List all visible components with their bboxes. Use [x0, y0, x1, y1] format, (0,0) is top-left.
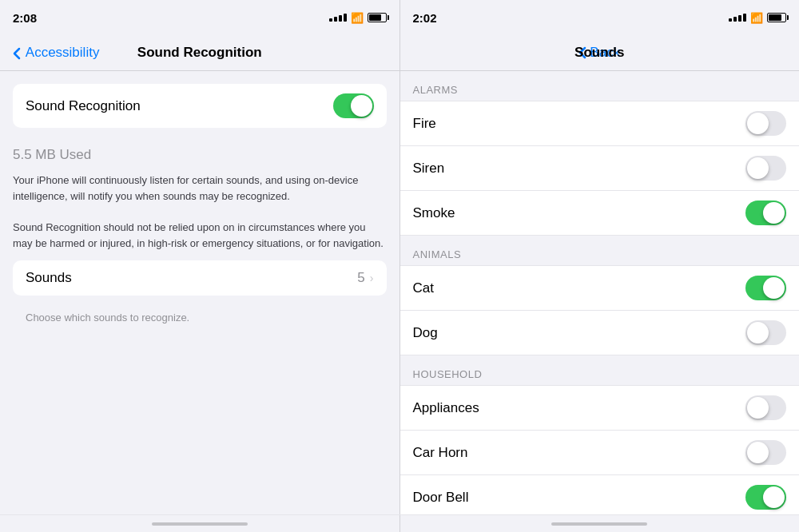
sound-toggle-dog[interactable] — [745, 320, 786, 345]
left-nav-title: Sound Recognition — [137, 45, 262, 61]
left-signal-icon — [329, 14, 347, 22]
sound-recognition-card: Sound Recognition — [13, 84, 387, 128]
sound-label-dog: Dog — [413, 325, 746, 341]
right-panel: AlarmsFireSirenSmokeAnimalsCatDogHouseho… — [400, 71, 800, 514]
choose-sounds-text: Choose which sounds to recognize. — [0, 308, 400, 333]
storage-text: 5.5 MB Used — [0, 141, 400, 166]
right-home-bar — [551, 522, 647, 526]
section-card-alarms: FireSirenSmoke — [400, 101, 800, 236]
toggle-thumb — [763, 486, 785, 508]
sounds-count: 5 — [357, 270, 364, 286]
toggle-thumb — [747, 442, 769, 463]
right-status-bar: 2:02 📶 — [400, 0, 800, 35]
sound-row-appliances: Appliances — [400, 386, 800, 431]
info-block-2: Sound Recognition should not be relied u… — [0, 213, 400, 260]
right-wifi-icon: 📶 — [750, 12, 763, 24]
right-battery-icon — [767, 13, 786, 22]
right-nav-title: Sounds — [574, 45, 624, 61]
toggle-thumb — [351, 95, 372, 117]
sound-label-fire: Fire — [413, 116, 746, 132]
right-time: 2:02 — [413, 11, 437, 25]
nav-bars: Accessibility Sound Recognition Back Sou… — [0, 35, 799, 71]
section-header-alarms: Alarms — [400, 71, 800, 101]
sound-toggle-cat[interactable] — [745, 276, 786, 300]
sounds-card[interactable]: Sounds 5 › — [13, 260, 387, 296]
right-status-icons: 📶 — [729, 12, 786, 24]
toggle-thumb — [747, 157, 769, 179]
sound-row-dog: Dog — [400, 311, 800, 355]
toggle-thumb — [747, 397, 769, 419]
left-nav-bar: Accessibility Sound Recognition — [0, 35, 400, 70]
sound-row-cat: Cat — [400, 266, 800, 311]
left-status-icons: 📶 — [329, 12, 387, 24]
right-signal-icon — [729, 14, 746, 22]
sounds-chevron-icon: › — [370, 272, 374, 284]
right-home-indicator — [400, 515, 800, 532]
toggle-thumb — [763, 277, 785, 299]
sounds-label: Sounds — [26, 270, 357, 286]
toggle-thumb — [747, 322, 769, 343]
section-card-household: AppliancesCar HornDoor BellDoor KnockWat… — [400, 385, 800, 514]
sound-recognition-toggle[interactable] — [333, 93, 374, 118]
sound-toggle-fire[interactable] — [745, 111, 786, 136]
sound-row-siren: Siren — [400, 146, 800, 191]
toggle-thumb — [747, 113, 769, 134]
sound-row-car-horn: Car Horn — [400, 431, 800, 475]
sound-row-smoke: Smoke — [400, 191, 800, 235]
left-home-indicator — [0, 515, 400, 532]
sound-label-siren: Siren — [413, 161, 746, 177]
left-breadcrumb: Accessibility — [13, 45, 99, 61]
sound-toggle-siren[interactable] — [745, 156, 786, 181]
left-panel: Sound Recognition 5.5 MB Used Your iPhon… — [0, 71, 400, 514]
left-status-bar: 2:08 📶 — [0, 0, 400, 35]
sound-toggle-appliances[interactable] — [745, 395, 786, 420]
sound-toggle-car-horn[interactable] — [745, 440, 786, 465]
sound-label-door-bell: Door Bell — [413, 490, 746, 506]
home-indicators — [0, 514, 799, 532]
section-header-household: Household — [400, 355, 800, 385]
sound-label-appliances: Appliances — [413, 400, 746, 416]
sound-label-car-horn: Car Horn — [413, 445, 746, 461]
main-content: Sound Recognition 5.5 MB Used Your iPhon… — [0, 71, 799, 514]
left-battery-icon — [368, 13, 387, 22]
right-nav-bar: Back Sounds — [400, 35, 800, 70]
sound-toggle-door-bell[interactable] — [745, 485, 786, 510]
sound-toggle-smoke[interactable] — [745, 200, 786, 225]
toggle-thumb — [763, 202, 785, 224]
left-time: 2:08 — [13, 11, 37, 25]
sound-label-cat: Cat — [413, 280, 746, 296]
sound-row-fire: Fire — [400, 101, 800, 146]
status-bars: 2:08 📶 2:02 📶 — [0, 0, 799, 35]
sound-row-door-bell: Door Bell — [400, 475, 800, 514]
left-home-bar — [152, 522, 248, 526]
sound-label-smoke: Smoke — [413, 205, 746, 221]
left-wifi-icon: 📶 — [351, 12, 364, 24]
section-card-animals: CatDog — [400, 265, 800, 355]
sound-recognition-row: Sound Recognition — [13, 84, 387, 128]
sound-recognition-label: Sound Recognition — [26, 98, 333, 114]
info-block-1: Your iPhone will continuously listen for… — [0, 166, 400, 213]
back-to-accessibility[interactable]: Accessibility — [13, 45, 99, 61]
section-header-animals: Animals — [400, 236, 800, 265]
